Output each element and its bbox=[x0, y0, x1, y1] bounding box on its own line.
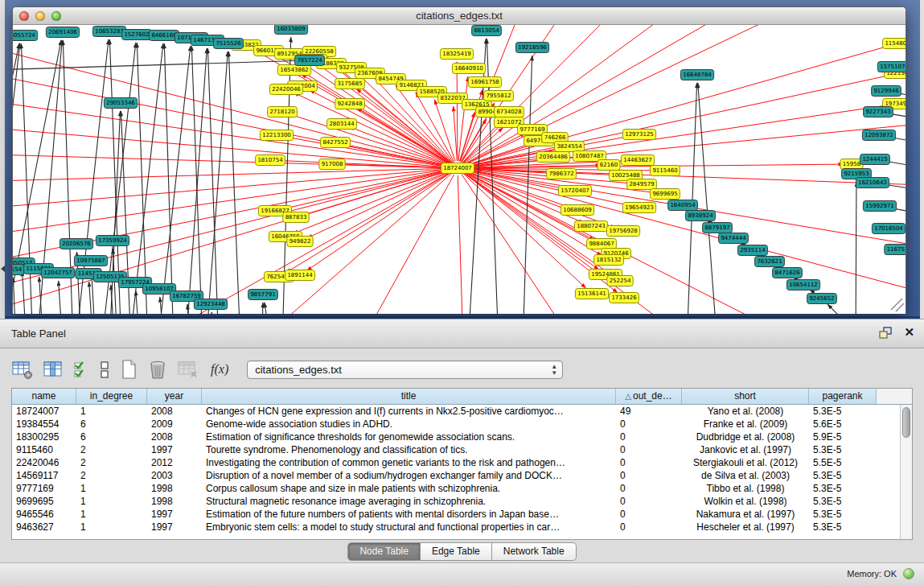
tab-node-table[interactable]: Node Table bbox=[347, 542, 421, 561]
graph-node[interactable]: 7515526 bbox=[214, 39, 244, 49]
graph-node[interactable]: 16640910 bbox=[452, 64, 485, 74]
graph-node[interactable]: 20206576 bbox=[60, 239, 92, 249]
graph-node[interactable]: 12042757 bbox=[41, 268, 74, 278]
graph-node[interactable]: 252254 bbox=[607, 276, 633, 286]
table-row[interactable]: 911546021997Tourette syndrome. Phenomeno… bbox=[12, 443, 912, 456]
graph-node[interactable]: 6734028 bbox=[495, 107, 524, 117]
graph-node[interactable]: 8427552 bbox=[321, 138, 351, 148]
function-builder-icon[interactable]: f(x) bbox=[211, 362, 228, 377]
column-header-short[interactable]: short bbox=[682, 389, 809, 404]
graph-node[interactable]: 12973125 bbox=[622, 130, 655, 140]
graph-node[interactable]: 12923448 bbox=[194, 299, 227, 310]
graph-node[interactable]: 39154 bbox=[13, 265, 24, 275]
graph-node[interactable]: 8938924 bbox=[686, 211, 716, 221]
graph-node[interactable]: 20691406 bbox=[46, 27, 79, 38]
graph-node[interactable]: 24055724 bbox=[13, 31, 38, 41]
column-header-pagerank[interactable]: pagerank bbox=[809, 389, 877, 404]
merge-rows-icon[interactable] bbox=[99, 360, 110, 380]
graph-node[interactable]: 1640954 bbox=[668, 200, 698, 211]
select-rows-icon[interactable] bbox=[72, 360, 90, 380]
graph-node[interactable]: 12093872 bbox=[862, 130, 895, 141]
graph-node[interactable]: 7955812 bbox=[484, 91, 514, 101]
scrollbar-thumb[interactable] bbox=[902, 407, 910, 438]
table-settings-icon[interactable] bbox=[11, 360, 34, 380]
network-window-titlebar[interactable]: citations_edges.txt bbox=[13, 7, 906, 25]
graph-node[interactable]: 8813054 bbox=[472, 26, 502, 36]
delete-rows-icon[interactable] bbox=[147, 359, 168, 380]
graph-node[interactable]: 3824554 bbox=[555, 142, 585, 152]
graph-node[interactable]: 7986372 bbox=[547, 169, 577, 179]
memory-status-icon[interactable] bbox=[903, 568, 914, 579]
tab-edge-table[interactable]: Edge Table bbox=[421, 542, 492, 561]
graph-node[interactable]: 9129946 bbox=[872, 86, 901, 97]
graph-node[interactable]: 9699695 bbox=[651, 189, 680, 200]
graph-node[interactable]: 9242848 bbox=[335, 99, 365, 109]
column-header-name[interactable]: name bbox=[12, 389, 76, 404]
table-row[interactable]: 946362711997Embryonic stem cells: a mode… bbox=[12, 521, 912, 534]
graph-node[interactable]: 1733426 bbox=[610, 293, 639, 303]
graph-node[interactable]: 29053346 bbox=[104, 98, 137, 109]
graph-node[interactable]: 6879197 bbox=[703, 223, 733, 233]
graph-node[interactable]: 1154808 bbox=[883, 39, 906, 49]
column-header-title[interactable]: title bbox=[202, 389, 616, 404]
graph-node[interactable]: 1891144 bbox=[285, 270, 315, 281]
table-row[interactable]: 1872400712008Changes of HCN gene express… bbox=[12, 405, 912, 418]
table-row[interactable]: 977716911998Corpus callosum shape and si… bbox=[12, 482, 912, 495]
graph-node[interactable]: 7632621 bbox=[755, 257, 785, 267]
show-columns-icon[interactable] bbox=[43, 360, 64, 380]
network-canvas[interactable]: 1872400779638229660128891295416543862234… bbox=[13, 25, 906, 314]
new-document-icon[interactable] bbox=[119, 359, 138, 380]
graph-node[interactable]: 16648784 bbox=[680, 70, 713, 80]
graph-node[interactable]: 1244415 bbox=[860, 154, 890, 165]
graph-node[interactable]: 1810754 bbox=[256, 155, 285, 166]
graph-node[interactable]: 15136141 bbox=[575, 289, 608, 299]
float-panel-icon[interactable] bbox=[878, 326, 893, 339]
graph-node[interactable]: 3175685 bbox=[335, 79, 365, 89]
table-row[interactable]: 1830029562008Estimation of significance … bbox=[12, 431, 912, 443]
graph-node[interactable]: 15720407 bbox=[558, 186, 591, 196]
graph-node[interactable]: 20364486 bbox=[536, 152, 569, 163]
graph-node[interactable]: 7857224 bbox=[295, 56, 325, 66]
graph-node[interactable]: 19756928 bbox=[606, 226, 639, 237]
graph-node[interactable]: 116753 bbox=[885, 245, 906, 255]
table-row[interactable]: 946554611997Estimation of the future num… bbox=[12, 508, 912, 521]
graph-node[interactable]: 18807243 bbox=[574, 221, 607, 232]
table-selector-dropdown[interactable]: citations_edges.txt ▲▼ bbox=[247, 360, 563, 379]
graph-node[interactable]: 62160 bbox=[598, 160, 620, 171]
graph-node[interactable]: 9884067 bbox=[587, 239, 617, 249]
table-vertical-scrollbar[interactable] bbox=[900, 405, 912, 539]
graph-node[interactable]: 15992971 bbox=[863, 201, 896, 212]
graph-node[interactable]: 22420046 bbox=[269, 84, 302, 95]
graph-node[interactable]: 10688609 bbox=[561, 205, 593, 216]
graph-node[interactable]: 9245652 bbox=[807, 294, 837, 304]
table-row[interactable]: 2242004622012Investigating the contribut… bbox=[12, 456, 912, 469]
column-header-out_de[interactable]: △out_de… bbox=[616, 389, 682, 404]
graph-node[interactable]: 18724007 bbox=[441, 163, 474, 174]
graph-node[interactable]: 12213300 bbox=[260, 130, 293, 141]
graph-node[interactable]: 917008 bbox=[319, 159, 345, 170]
graph-node[interactable]: 2849579 bbox=[627, 179, 657, 190]
graph-node[interactable]: 8471626 bbox=[773, 268, 803, 278]
graph-node[interactable]: 10654112 bbox=[786, 280, 819, 290]
tab-network-table[interactable]: Network Table bbox=[492, 542, 577, 561]
graph-node[interactable]: 16033809 bbox=[274, 25, 307, 35]
graph-node[interactable]: 2718120 bbox=[268, 107, 298, 117]
graph-node[interactable]: 19218596 bbox=[515, 43, 548, 53]
delete-table-icon[interactable] bbox=[177, 360, 199, 380]
graph-node[interactable]: 949822 bbox=[287, 237, 313, 247]
graph-node[interactable]: 1527602 bbox=[122, 30, 152, 40]
collapse-panel-arrow-icon[interactable] bbox=[1, 266, 5, 272]
graph-node[interactable]: 2935114 bbox=[738, 245, 768, 256]
table-row[interactable]: 1456911722003Disruption of a novel membe… bbox=[12, 469, 912, 482]
graph-node[interactable]: 17016504 bbox=[872, 224, 905, 234]
close-panel-icon[interactable]: ✕ bbox=[904, 326, 914, 339]
graph-node[interactable]: 16961758 bbox=[468, 77, 501, 88]
graph-node[interactable]: 15751074 bbox=[877, 62, 906, 72]
graph-node[interactable]: 887833 bbox=[283, 212, 309, 223]
table-row[interactable]: 969969511998Structural magnetic resonanc… bbox=[12, 495, 912, 508]
graph-node[interactable]: 2803144 bbox=[327, 119, 357, 130]
graph-node[interactable]: 6466160 bbox=[150, 31, 179, 41]
graph-node[interactable]: 10653287 bbox=[92, 27, 125, 37]
graph-node[interactable]: 9857791 bbox=[248, 290, 278, 300]
graph-node[interactable]: 9227343 bbox=[864, 107, 893, 117]
